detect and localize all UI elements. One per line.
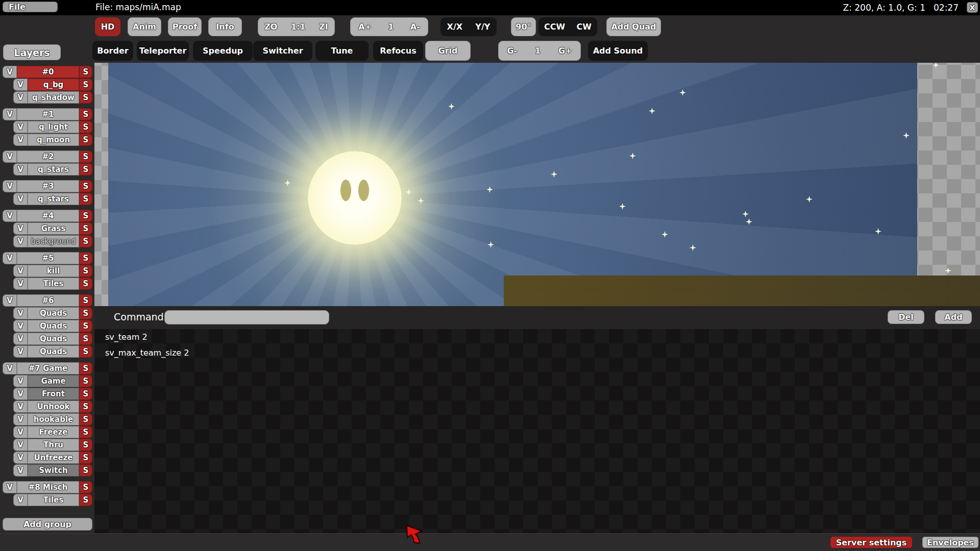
layer-solo-toggle[interactable]: S xyxy=(79,333,92,345)
layer-visibility-toggle[interactable]: V xyxy=(13,345,28,358)
layer-visibility-toggle[interactable]: V xyxy=(13,121,28,133)
layer-visibility-toggle[interactable]: V xyxy=(13,426,28,438)
group-label-2[interactable]: #2 xyxy=(17,151,79,163)
toolbar-button-border[interactable]: Border xyxy=(92,41,133,61)
toolbar-button-1[interactable]: 1 xyxy=(535,46,541,56)
layer-solo-toggle[interactable]: S xyxy=(79,121,92,133)
layer-solo-toggle[interactable]: S xyxy=(79,426,92,438)
layer-solo-toggle[interactable]: S xyxy=(79,193,92,205)
layer-visibility-toggle[interactable]: V xyxy=(13,400,28,413)
layer-visibility-toggle[interactable]: V xyxy=(13,464,28,477)
layer-solo-toggle[interactable]: S xyxy=(79,235,92,247)
group-visibility-toggle[interactable]: V xyxy=(3,294,17,307)
toolbar-button-90[interactable]: 90° xyxy=(511,17,536,36)
layer-solo-toggle[interactable]: S xyxy=(79,79,92,91)
layer-label-q-shadow[interactable]: q_shadow xyxy=(28,91,79,104)
layer-label-tiles[interactable]: Tiles xyxy=(28,278,79,290)
layer-solo-toggle[interactable]: S xyxy=(79,375,92,387)
toolbar-button-hd[interactable]: HD xyxy=(95,17,120,36)
group-solo-toggle[interactable]: S xyxy=(79,66,92,78)
toolbar-button-a[interactable]: A+ xyxy=(358,22,372,32)
toolbar-button-proof[interactable]: Proof xyxy=(168,17,202,36)
layer-label-q-stars[interactable]: q_stars xyxy=(28,163,79,176)
group-label-7-game[interactable]: #7 Game xyxy=(17,362,79,374)
group-label-5[interactable]: #5 xyxy=(17,252,79,264)
group-solo-toggle[interactable]: S xyxy=(79,180,92,192)
layer-label-unfreeze[interactable]: Unfreeze xyxy=(28,452,79,464)
layer-label-background[interactable]: background xyxy=(28,235,79,247)
layer-visibility-toggle[interactable]: V xyxy=(13,134,28,146)
layer-solo-toggle[interactable]: S xyxy=(79,265,92,277)
toolbar-button-speedup[interactable]: Speedup xyxy=(193,41,253,61)
layer-label-quads[interactable]: Quads xyxy=(28,320,79,332)
layer-solo-toggle[interactable]: S xyxy=(79,134,92,146)
layer-solo-toggle[interactable]: S xyxy=(79,452,92,464)
toolbar-button-zi[interactable]: ZI xyxy=(319,22,328,32)
group-label-6[interactable]: #6 xyxy=(17,294,79,307)
layer-visibility-toggle[interactable]: V xyxy=(13,91,28,104)
layer-solo-toggle[interactable]: S xyxy=(79,464,92,477)
group-visibility-toggle[interactable]: V xyxy=(3,66,17,78)
layer-label-hookable[interactable]: hookable xyxy=(28,413,79,425)
layer-solo-toggle[interactable]: S xyxy=(79,400,92,413)
server-settings-tab[interactable]: Server settings xyxy=(830,537,912,548)
layer-visibility-toggle[interactable]: V xyxy=(13,265,28,277)
layer-visibility-toggle[interactable]: V xyxy=(13,235,28,247)
layer-label-q-stars[interactable]: q_stars xyxy=(28,193,79,205)
layer-solo-toggle[interactable]: S xyxy=(79,494,92,506)
group-visibility-toggle[interactable]: V xyxy=(3,252,17,264)
group-label-8-misch[interactable]: #8 Misch xyxy=(17,481,79,493)
layer-visibility-toggle[interactable]: V xyxy=(13,79,28,91)
group-solo-toggle[interactable]: S xyxy=(79,362,92,374)
group-visibility-toggle[interactable]: V xyxy=(3,362,17,374)
layer-solo-toggle[interactable]: S xyxy=(79,439,92,451)
layer-label-unhook[interactable]: Unhook xyxy=(28,400,79,413)
toolbar-button-refocus[interactable]: Refocus xyxy=(373,41,423,61)
group-label-0[interactable]: #0 xyxy=(17,66,79,78)
layer-visibility-toggle[interactable]: V xyxy=(13,222,28,235)
toolbar-button-teleporter[interactable]: Teleporter xyxy=(137,41,189,61)
layers-header-button[interactable]: Layers xyxy=(3,44,61,60)
toolbar-button-grid[interactable]: Grid xyxy=(425,41,471,61)
toolbar-button-1[interactable]: 1 xyxy=(388,22,394,32)
toolbar-button-y-y[interactable]: Y/Y xyxy=(475,22,490,32)
group-visibility-toggle[interactable]: V xyxy=(3,180,17,192)
group-solo-toggle[interactable]: S xyxy=(79,481,92,493)
layer-solo-toggle[interactable]: S xyxy=(79,91,92,104)
toolbar-button-anim[interactable]: Anim xyxy=(128,17,161,36)
toolbar-button-g[interactable]: G- xyxy=(507,46,517,56)
toolbar-button-info[interactable]: Info xyxy=(208,17,242,36)
layer-visibility-toggle[interactable]: V xyxy=(13,320,28,332)
group-solo-toggle[interactable]: S xyxy=(79,294,92,307)
layer-label-switch[interactable]: Switch xyxy=(28,464,79,477)
delete-command-button[interactable]: Del xyxy=(888,310,924,324)
layer-solo-toggle[interactable]: S xyxy=(79,278,92,290)
close-button[interactable]: X xyxy=(967,2,978,13)
layer-visibility-toggle[interactable]: V xyxy=(13,333,28,345)
layer-solo-toggle[interactable]: S xyxy=(79,345,92,358)
toolbar-button-switcher[interactable]: Switcher xyxy=(253,41,312,61)
layer-label-grass[interactable]: Grass xyxy=(28,222,79,235)
group-solo-toggle[interactable]: S xyxy=(79,108,92,120)
group-label-3[interactable]: #3 xyxy=(17,180,79,192)
layer-solo-toggle[interactable]: S xyxy=(79,388,92,400)
layer-visibility-toggle[interactable]: V xyxy=(13,388,28,400)
file-menu-button[interactable]: File xyxy=(3,2,58,12)
layer-visibility-toggle[interactable]: V xyxy=(13,163,28,176)
layer-visibility-toggle[interactable]: V xyxy=(13,193,28,205)
toolbar-button-1-1[interactable]: 1:1 xyxy=(291,22,306,32)
layer-solo-toggle[interactable]: S xyxy=(79,413,92,425)
layer-solo-toggle[interactable]: S xyxy=(79,163,92,176)
layer-solo-toggle[interactable]: S xyxy=(79,307,92,319)
envelopes-tab[interactable]: Envelopes xyxy=(922,537,978,548)
layer-label-game[interactable]: Game xyxy=(28,375,79,387)
group-solo-toggle[interactable]: S xyxy=(79,252,92,264)
group-solo-toggle[interactable]: S xyxy=(79,210,92,222)
toolbar-button-a[interactable]: A- xyxy=(410,22,420,32)
group-visibility-toggle[interactable]: V xyxy=(3,210,17,222)
layer-label-q-bg[interactable]: q_bg xyxy=(28,79,79,91)
map-canvas[interactable] xyxy=(94,63,980,306)
group-label-4[interactable]: #4 xyxy=(17,210,79,222)
add-group-button[interactable]: Add group xyxy=(3,518,92,531)
toolbar-button-g[interactable]: G+ xyxy=(558,46,572,56)
